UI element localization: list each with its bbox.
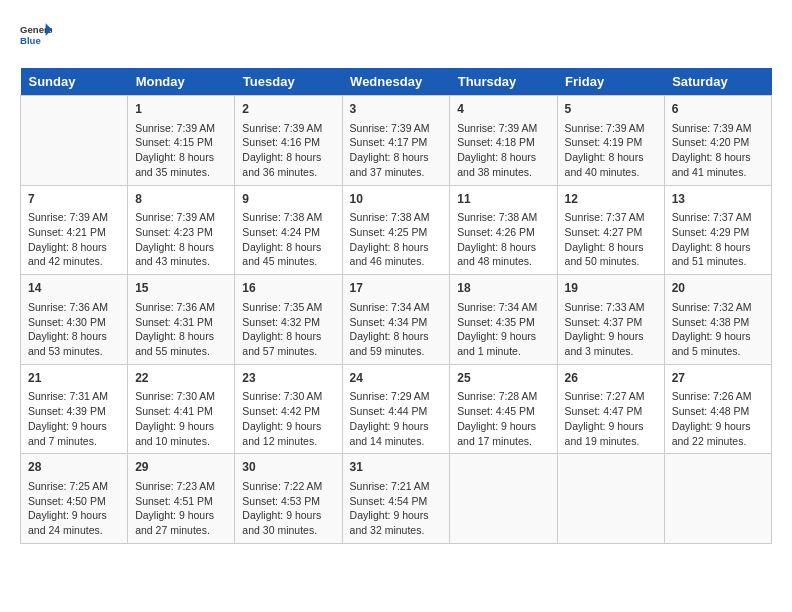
- calendar-cell: 2Sunrise: 7:39 AMSunset: 4:16 PMDaylight…: [235, 96, 342, 186]
- logo: GeneralBlue: [20, 20, 52, 52]
- day-number: 21: [28, 370, 120, 387]
- calendar-cell: 24Sunrise: 7:29 AMSunset: 4:44 PMDayligh…: [342, 364, 450, 454]
- cell-details: Sunrise: 7:25 AMSunset: 4:50 PMDaylight:…: [28, 479, 120, 538]
- cell-details: Sunrise: 7:38 AMSunset: 4:26 PMDaylight:…: [457, 210, 549, 269]
- day-number: 13: [672, 191, 764, 208]
- day-number: 8: [135, 191, 227, 208]
- calendar-cell: 7Sunrise: 7:39 AMSunset: 4:21 PMDaylight…: [21, 185, 128, 275]
- day-number: 31: [350, 459, 443, 476]
- calendar-cell: 1Sunrise: 7:39 AMSunset: 4:15 PMDaylight…: [128, 96, 235, 186]
- day-number: 16: [242, 280, 334, 297]
- calendar-cell: 19Sunrise: 7:33 AMSunset: 4:37 PMDayligh…: [557, 275, 664, 365]
- calendar-cell: 12Sunrise: 7:37 AMSunset: 4:27 PMDayligh…: [557, 185, 664, 275]
- calendar-cell: 5Sunrise: 7:39 AMSunset: 4:19 PMDaylight…: [557, 96, 664, 186]
- calendar-cell: 25Sunrise: 7:28 AMSunset: 4:45 PMDayligh…: [450, 364, 557, 454]
- cell-details: Sunrise: 7:29 AMSunset: 4:44 PMDaylight:…: [350, 389, 443, 448]
- weekday-header: Friday: [557, 68, 664, 96]
- cell-details: Sunrise: 7:31 AMSunset: 4:39 PMDaylight:…: [28, 389, 120, 448]
- cell-details: Sunrise: 7:39 AMSunset: 4:15 PMDaylight:…: [135, 121, 227, 180]
- weekday-header: Saturday: [664, 68, 771, 96]
- weekday-header: Thursday: [450, 68, 557, 96]
- day-number: 11: [457, 191, 549, 208]
- cell-details: Sunrise: 7:32 AMSunset: 4:38 PMDaylight:…: [672, 300, 764, 359]
- cell-details: Sunrise: 7:39 AMSunset: 4:20 PMDaylight:…: [672, 121, 764, 180]
- calendar-cell: 27Sunrise: 7:26 AMSunset: 4:48 PMDayligh…: [664, 364, 771, 454]
- calendar-cell: 17Sunrise: 7:34 AMSunset: 4:34 PMDayligh…: [342, 275, 450, 365]
- day-number: 24: [350, 370, 443, 387]
- calendar-cell: 29Sunrise: 7:23 AMSunset: 4:51 PMDayligh…: [128, 454, 235, 544]
- cell-details: Sunrise: 7:30 AMSunset: 4:41 PMDaylight:…: [135, 389, 227, 448]
- calendar-cell: 18Sunrise: 7:34 AMSunset: 4:35 PMDayligh…: [450, 275, 557, 365]
- calendar-table: SundayMondayTuesdayWednesdayThursdayFrid…: [20, 68, 772, 544]
- cell-details: Sunrise: 7:21 AMSunset: 4:54 PMDaylight:…: [350, 479, 443, 538]
- calendar-cell: 6Sunrise: 7:39 AMSunset: 4:20 PMDaylight…: [664, 96, 771, 186]
- day-number: 20: [672, 280, 764, 297]
- day-number: 19: [565, 280, 657, 297]
- cell-details: Sunrise: 7:39 AMSunset: 4:18 PMDaylight:…: [457, 121, 549, 180]
- cell-details: Sunrise: 7:22 AMSunset: 4:53 PMDaylight:…: [242, 479, 334, 538]
- cell-details: Sunrise: 7:34 AMSunset: 4:35 PMDaylight:…: [457, 300, 549, 359]
- calendar-cell: 3Sunrise: 7:39 AMSunset: 4:17 PMDaylight…: [342, 96, 450, 186]
- cell-details: Sunrise: 7:37 AMSunset: 4:27 PMDaylight:…: [565, 210, 657, 269]
- cell-details: Sunrise: 7:39 AMSunset: 4:19 PMDaylight:…: [565, 121, 657, 180]
- day-number: 17: [350, 280, 443, 297]
- page-header: GeneralBlue: [20, 20, 772, 52]
- cell-details: Sunrise: 7:33 AMSunset: 4:37 PMDaylight:…: [565, 300, 657, 359]
- calendar-cell: 14Sunrise: 7:36 AMSunset: 4:30 PMDayligh…: [21, 275, 128, 365]
- calendar-cell: [557, 454, 664, 544]
- day-number: 15: [135, 280, 227, 297]
- calendar-cell: [21, 96, 128, 186]
- cell-details: Sunrise: 7:35 AMSunset: 4:32 PMDaylight:…: [242, 300, 334, 359]
- day-number: 30: [242, 459, 334, 476]
- day-number: 5: [565, 101, 657, 118]
- day-number: 22: [135, 370, 227, 387]
- day-number: 12: [565, 191, 657, 208]
- day-number: 26: [565, 370, 657, 387]
- calendar-cell: 30Sunrise: 7:22 AMSunset: 4:53 PMDayligh…: [235, 454, 342, 544]
- cell-details: Sunrise: 7:30 AMSunset: 4:42 PMDaylight:…: [242, 389, 334, 448]
- calendar-cell: 4Sunrise: 7:39 AMSunset: 4:18 PMDaylight…: [450, 96, 557, 186]
- calendar-cell: 31Sunrise: 7:21 AMSunset: 4:54 PMDayligh…: [342, 454, 450, 544]
- cell-details: Sunrise: 7:38 AMSunset: 4:25 PMDaylight:…: [350, 210, 443, 269]
- weekday-header: Wednesday: [342, 68, 450, 96]
- cell-details: Sunrise: 7:36 AMSunset: 4:31 PMDaylight:…: [135, 300, 227, 359]
- calendar-cell: 10Sunrise: 7:38 AMSunset: 4:25 PMDayligh…: [342, 185, 450, 275]
- day-number: 7: [28, 191, 120, 208]
- cell-details: Sunrise: 7:26 AMSunset: 4:48 PMDaylight:…: [672, 389, 764, 448]
- cell-details: Sunrise: 7:27 AMSunset: 4:47 PMDaylight:…: [565, 389, 657, 448]
- calendar-week-row: 7Sunrise: 7:39 AMSunset: 4:21 PMDaylight…: [21, 185, 772, 275]
- calendar-cell: 22Sunrise: 7:30 AMSunset: 4:41 PMDayligh…: [128, 364, 235, 454]
- calendar-cell: 16Sunrise: 7:35 AMSunset: 4:32 PMDayligh…: [235, 275, 342, 365]
- calendar-cell: 20Sunrise: 7:32 AMSunset: 4:38 PMDayligh…: [664, 275, 771, 365]
- calendar-cell: 15Sunrise: 7:36 AMSunset: 4:31 PMDayligh…: [128, 275, 235, 365]
- calendar-cell: 21Sunrise: 7:31 AMSunset: 4:39 PMDayligh…: [21, 364, 128, 454]
- calendar-cell: 9Sunrise: 7:38 AMSunset: 4:24 PMDaylight…: [235, 185, 342, 275]
- day-number: 3: [350, 101, 443, 118]
- cell-details: Sunrise: 7:34 AMSunset: 4:34 PMDaylight:…: [350, 300, 443, 359]
- cell-details: Sunrise: 7:39 AMSunset: 4:21 PMDaylight:…: [28, 210, 120, 269]
- cell-details: Sunrise: 7:39 AMSunset: 4:17 PMDaylight:…: [350, 121, 443, 180]
- calendar-cell: 8Sunrise: 7:39 AMSunset: 4:23 PMDaylight…: [128, 185, 235, 275]
- calendar-week-row: 21Sunrise: 7:31 AMSunset: 4:39 PMDayligh…: [21, 364, 772, 454]
- calendar-cell: [450, 454, 557, 544]
- svg-text:Blue: Blue: [20, 35, 41, 46]
- weekday-header: Sunday: [21, 68, 128, 96]
- day-number: 28: [28, 459, 120, 476]
- cell-details: Sunrise: 7:23 AMSunset: 4:51 PMDaylight:…: [135, 479, 227, 538]
- day-number: 18: [457, 280, 549, 297]
- calendar-cell: [664, 454, 771, 544]
- calendar-week-row: 1Sunrise: 7:39 AMSunset: 4:15 PMDaylight…: [21, 96, 772, 186]
- calendar-cell: 13Sunrise: 7:37 AMSunset: 4:29 PMDayligh…: [664, 185, 771, 275]
- weekday-header-row: SundayMondayTuesdayWednesdayThursdayFrid…: [21, 68, 772, 96]
- day-number: 29: [135, 459, 227, 476]
- cell-details: Sunrise: 7:38 AMSunset: 4:24 PMDaylight:…: [242, 210, 334, 269]
- day-number: 4: [457, 101, 549, 118]
- calendar-cell: 11Sunrise: 7:38 AMSunset: 4:26 PMDayligh…: [450, 185, 557, 275]
- day-number: 23: [242, 370, 334, 387]
- calendar-cell: 23Sunrise: 7:30 AMSunset: 4:42 PMDayligh…: [235, 364, 342, 454]
- day-number: 25: [457, 370, 549, 387]
- calendar-week-row: 28Sunrise: 7:25 AMSunset: 4:50 PMDayligh…: [21, 454, 772, 544]
- cell-details: Sunrise: 7:39 AMSunset: 4:16 PMDaylight:…: [242, 121, 334, 180]
- logo-icon: GeneralBlue: [20, 20, 52, 52]
- day-number: 6: [672, 101, 764, 118]
